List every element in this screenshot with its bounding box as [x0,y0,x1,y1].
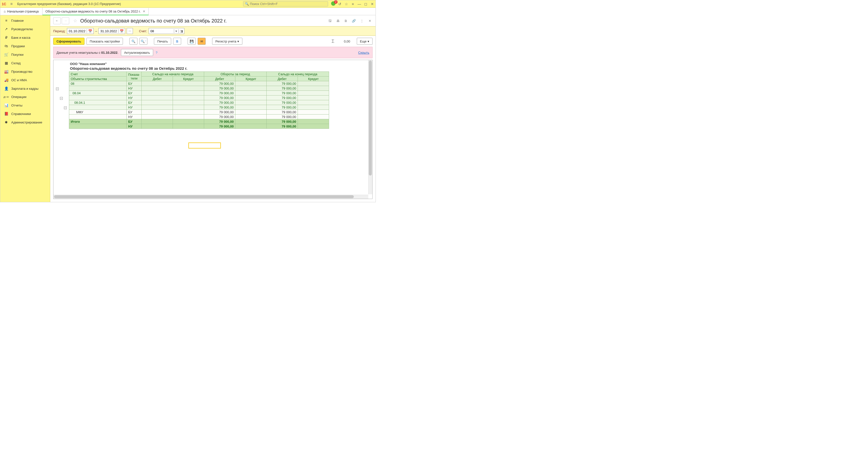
sidebar-item-10[interactable]: 📊Отчеты [0,101,50,110]
cell[interactable]: НУ [127,105,142,110]
print-header-icon[interactable]: 🖶 [335,19,341,23]
cell[interactable]: 79 000,00 [204,81,236,86]
cell[interactable] [173,91,204,95]
preview-icon[interactable]: 🗎 [343,19,348,23]
favorite-star-icon[interactable]: ☆ [72,18,79,24]
print-button[interactable]: Печать [154,38,171,45]
cell[interactable]: БУ [127,110,142,115]
link-icon[interactable]: 🔗 [351,19,356,23]
cell[interactable] [142,105,173,110]
cell[interactable]: 79 000,00 [204,100,236,105]
cell[interactable]: БУ [127,81,142,86]
cell[interactable] [298,105,329,110]
cell[interactable] [236,95,267,100]
cell[interactable]: НУ [127,86,142,91]
close-window-icon[interactable]: ✕ [369,2,375,6]
sidebar-item-5[interactable]: ▦Склад [0,59,50,67]
menu-lines-icon[interactable]: ≡ [349,2,356,6]
date-from-field[interactable] [67,29,87,33]
sidebar-item-1[interactable]: ↗Руководителю [0,25,50,33]
cell[interactable] [69,86,127,91]
cell[interactable] [69,115,127,119]
account-field[interactable] [149,29,174,33]
show-settings-button[interactable]: Показать настройки [87,38,123,45]
save-disk-icon[interactable]: 💾 [188,38,196,45]
cell[interactable] [298,91,329,95]
zoom-in-icon[interactable]: 🔍 [129,38,137,45]
sidebar-item-3[interactable]: 🛍Продажи [0,42,50,50]
cell[interactable] [142,119,173,124]
cell[interactable] [173,115,204,119]
cell[interactable] [173,95,204,100]
date-to-input[interactable]: 📅 [98,28,125,34]
cell[interactable] [142,124,173,129]
more-button[interactable]: Еще ▾ [357,38,373,45]
cell[interactable] [298,81,329,86]
cell[interactable] [298,95,329,100]
cell[interactable]: 79 000,00 [267,119,298,124]
zoom-reset-icon[interactable]: 🔍⁻ [140,38,147,45]
table-row[interactable]: ИтогоБУ79 000,0079 000,00 [69,119,329,124]
cell[interactable]: НУ [127,95,142,100]
table-row[interactable]: МФУБУ79 000,0079 000,00 [69,110,329,115]
save-icon[interactable]: 🖫 [327,19,333,23]
cell[interactable] [142,110,173,115]
cell[interactable] [236,100,267,105]
cell[interactable]: НУ [127,124,142,129]
kebab-icon[interactable]: ⋮ [359,19,365,23]
cell[interactable]: 79 000,00 [267,81,298,86]
report-viewport[interactable]: − − − ООО "Наша компания" Оборотно-сальд… [53,60,373,199]
cell[interactable] [142,115,173,119]
cell[interactable] [173,100,204,105]
cell[interactable]: 79 000,00 [267,95,298,100]
actualize-button[interactable]: Актуализировать [121,49,153,56]
cell[interactable]: 08.04 [69,91,127,95]
cell[interactable] [236,81,267,86]
cell[interactable]: 79 000,00 [267,100,298,105]
table-row[interactable]: 08.04БУ79 000,0079 000,00 [69,91,329,95]
cell[interactable] [298,110,329,115]
sidebar-item-2[interactable]: ₽Банк и касса [0,33,50,42]
sidebar-item-4[interactable]: 🛒Покупки [0,50,50,59]
cell[interactable] [298,124,329,129]
nav-back-button[interactable]: ← [53,17,61,24]
history-icon[interactable]: ↺ [337,2,343,6]
horizontal-scroll-thumb[interactable] [54,195,354,198]
cell[interactable] [236,110,267,115]
cell[interactable]: МФУ [69,110,127,115]
cell[interactable]: 79 000,00 [204,95,236,100]
cell[interactable] [298,115,329,119]
sidebar-item-6[interactable]: 🏭Производство [0,67,50,76]
tree-toggle-3[interactable]: − [64,107,67,109]
table-row[interactable]: 08.04.1БУ79 000,0079 000,00 [69,100,329,105]
period-picker-button[interactable]: ... [127,28,133,34]
vertical-scrollbar[interactable] [368,60,372,194]
cell[interactable]: 79 000,00 [204,110,236,115]
cell[interactable]: 08 [69,81,127,86]
table-row[interactable]: 08БУ79 000,0079 000,00 [69,81,329,86]
calendar-to-icon[interactable]: 📅 [118,29,125,33]
cell[interactable] [142,95,173,100]
cell[interactable] [298,100,329,105]
cell[interactable] [298,119,329,124]
cell[interactable]: БУ [127,119,142,124]
account-input[interactable]: ▾ ◨ [149,28,184,34]
cell[interactable] [69,124,127,129]
minimize-icon[interactable]: — [356,2,363,6]
cell[interactable]: 79 000,00 [267,124,298,129]
cell[interactable] [173,86,204,91]
cell[interactable]: БУ [127,100,142,105]
email-icon[interactable]: ✉ [198,38,206,45]
sidebar-item-7[interactable]: 🚚ОС и НМА [0,76,50,84]
cell[interactable] [69,105,127,110]
register-button[interactable]: Регистр учета ▾ [212,38,242,45]
horizontal-scrollbar[interactable] [54,195,368,199]
table-row[interactable]: НУ79 000,0079 000,00 [69,115,329,119]
cell[interactable] [236,86,267,91]
cell[interactable]: 79 000,00 [204,86,236,91]
date-to-field[interactable] [99,29,118,33]
account-dropdown-icon[interactable]: ▾ [174,29,178,33]
cell[interactable] [173,105,204,110]
favorite-icon[interactable]: ☆ [343,2,349,6]
hide-link[interactable]: Скрыть [358,51,369,55]
